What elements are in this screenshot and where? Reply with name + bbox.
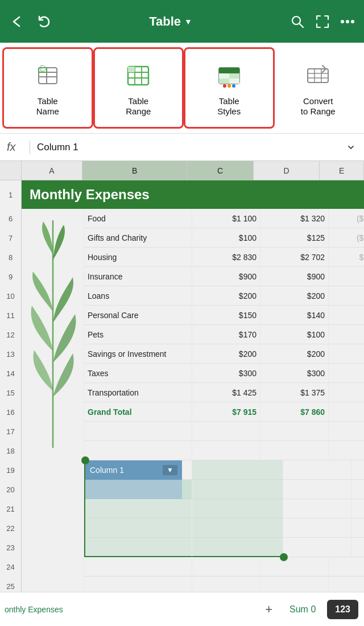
cell-d17[interactable] bbox=[260, 422, 329, 441]
selection-handle-br[interactable] bbox=[280, 553, 288, 561]
selection-row-23[interactable] bbox=[84, 538, 364, 557]
cell-c23[interactable] bbox=[192, 538, 283, 557]
ribbon-item-convert-to-range[interactable]: Convertto Range bbox=[275, 47, 362, 129]
table-row[interactable]: Food $1 100 $1 320 ($... bbox=[84, 209, 364, 228]
table-row[interactable]: Transportation $1 425 $1 375 bbox=[84, 383, 364, 402]
cell-b13[interactable]: Savings or Investment bbox=[84, 344, 192, 364]
table-row[interactable]: Personal Care $150 $140 bbox=[84, 306, 364, 325]
cell-b7[interactable]: Gifts and Charity bbox=[84, 228, 192, 248]
cell-d6[interactable]: $1 320 bbox=[260, 209, 329, 228]
ribbon-item-table-name[interactable]: TableName bbox=[2, 47, 93, 129]
cell-b11[interactable]: Personal Care bbox=[84, 306, 192, 325]
add-sheet-button[interactable]: + bbox=[259, 602, 278, 617]
back-button[interactable] bbox=[9, 14, 25, 30]
cell-b24[interactable] bbox=[84, 557, 192, 576]
table-row[interactable]: Taxes $300 $300 bbox=[84, 364, 364, 383]
undo-button[interactable] bbox=[35, 14, 51, 30]
row-num-16: 16 bbox=[0, 402, 22, 422]
cell-d11[interactable]: $140 bbox=[260, 306, 329, 325]
table-row[interactable]: Insurance $900 $900 bbox=[84, 267, 364, 286]
cell-c18[interactable] bbox=[192, 441, 260, 460]
table-row[interactable]: Loans $200 $200 bbox=[84, 286, 364, 306]
cell-b9[interactable]: Insurance bbox=[84, 267, 192, 286]
table-row[interactable]: Housing $2 830 $2 702 $... bbox=[84, 248, 364, 267]
selection-row-19[interactable]: Column 1 ▼ bbox=[84, 460, 364, 480]
cell-c24[interactable] bbox=[192, 557, 260, 576]
cell-c17[interactable] bbox=[192, 422, 260, 441]
cell-d16[interactable]: $7 860 bbox=[260, 402, 329, 422]
more-options-button[interactable] bbox=[340, 19, 355, 24]
search-button[interactable] bbox=[290, 14, 305, 29]
formula-bar: fx Column 1 bbox=[0, 134, 364, 161]
cell-c7[interactable]: $100 bbox=[192, 228, 260, 248]
table-row[interactable]: Gifts and Charity $100 $125 ($... bbox=[84, 228, 364, 248]
column-dropdown[interactable]: Column 1 ▼ bbox=[85, 460, 182, 480]
cell-c8[interactable]: $2 830 bbox=[192, 248, 260, 267]
cell-c21[interactable] bbox=[192, 499, 283, 518]
row-num-22: 22 bbox=[0, 518, 22, 538]
cell-d20[interactable] bbox=[283, 480, 351, 499]
table-range-icon bbox=[122, 60, 154, 92]
cell-b22[interactable] bbox=[84, 518, 192, 538]
cell-b21[interactable] bbox=[84, 499, 192, 518]
cell-c14[interactable]: $300 bbox=[192, 364, 260, 383]
sum-display-button[interactable]: Sum 0 bbox=[278, 604, 327, 615]
cell-c19[interactable] bbox=[192, 460, 283, 480]
cell-c10[interactable]: $200 bbox=[192, 286, 260, 306]
cell-d10[interactable]: $200 bbox=[260, 286, 329, 306]
cell-b8[interactable]: Housing bbox=[84, 248, 192, 267]
cell-b23[interactable] bbox=[84, 538, 192, 557]
cell-b16[interactable]: Grand Total bbox=[84, 402, 192, 422]
cell-b15[interactable]: Transportation bbox=[84, 383, 192, 402]
column-dropdown-arrow[interactable]: ▼ bbox=[163, 465, 177, 475]
table-row[interactable] bbox=[84, 422, 364, 441]
cell-d21[interactable] bbox=[283, 499, 351, 518]
cell-b6[interactable]: Food bbox=[84, 209, 192, 228]
grand-total-row[interactable]: Grand Total $7 915 $7 860 $ bbox=[84, 402, 364, 422]
keyboard-toggle-button[interactable]: 123 bbox=[327, 600, 358, 619]
table-row[interactable]: Pets $170 $100 bbox=[84, 325, 364, 344]
cell-b18[interactable] bbox=[84, 441, 192, 460]
title-button[interactable]: Table ▼ bbox=[149, 14, 192, 29]
spreadsheet-title-cell[interactable]: Monthly Expenses bbox=[22, 180, 364, 209]
ribbon-item-table-styles[interactable]: TableStyles bbox=[184, 47, 275, 129]
cell-d19[interactable] bbox=[283, 460, 351, 480]
cell-c9[interactable]: $900 bbox=[192, 267, 260, 286]
table-row[interactable]: Savings or Investment $200 $200 bbox=[84, 344, 364, 364]
selection-row-21[interactable] bbox=[84, 499, 364, 518]
cell-c6[interactable]: $1 100 bbox=[192, 209, 260, 228]
cell-b17[interactable] bbox=[84, 422, 192, 441]
cell-c20[interactable] bbox=[192, 480, 283, 499]
cell-d12[interactable]: $100 bbox=[260, 325, 329, 344]
cell-c12[interactable]: $170 bbox=[192, 325, 260, 344]
cell-c11[interactable]: $150 bbox=[192, 306, 260, 325]
selection-row-20[interactable] bbox=[84, 480, 364, 499]
selection-row-22[interactable] bbox=[84, 518, 364, 538]
cell-b19[interactable]: Column 1 ▼ bbox=[84, 460, 192, 480]
cell-c15[interactable]: $1 425 bbox=[192, 383, 260, 402]
ribbon-item-table-range[interactable]: TableRange bbox=[93, 47, 184, 129]
cell-d15[interactable]: $1 375 bbox=[260, 383, 329, 402]
cell-c16[interactable]: $7 915 bbox=[192, 402, 260, 422]
cell-d14[interactable]: $300 bbox=[260, 364, 329, 383]
cell-d13[interactable]: $200 bbox=[260, 344, 329, 364]
cell-d23[interactable] bbox=[283, 538, 351, 557]
svg-rect-21 bbox=[229, 79, 239, 84]
cell-b14[interactable]: Taxes bbox=[84, 364, 192, 383]
fullscreen-button[interactable] bbox=[315, 14, 330, 29]
cell-d8[interactable]: $2 702 bbox=[260, 248, 329, 267]
cell-b12[interactable]: Pets bbox=[84, 325, 192, 344]
cell-c22[interactable] bbox=[192, 518, 283, 538]
cell-d9[interactable]: $900 bbox=[260, 267, 329, 286]
cell-d24[interactable] bbox=[260, 557, 329, 576]
table-row[interactable] bbox=[84, 557, 364, 576]
cell-b20[interactable] bbox=[84, 480, 192, 499]
cell-b10[interactable]: Loans bbox=[84, 286, 192, 306]
table-row[interactable] bbox=[84, 441, 364, 460]
cell-c13[interactable]: $200 bbox=[192, 344, 260, 364]
cell-d22[interactable] bbox=[283, 518, 351, 538]
formula-expand-button[interactable] bbox=[345, 141, 357, 154]
selection-handle-tl[interactable] bbox=[81, 456, 89, 464]
cell-d18[interactable] bbox=[260, 441, 329, 460]
cell-d7[interactable]: $125 bbox=[260, 228, 329, 248]
